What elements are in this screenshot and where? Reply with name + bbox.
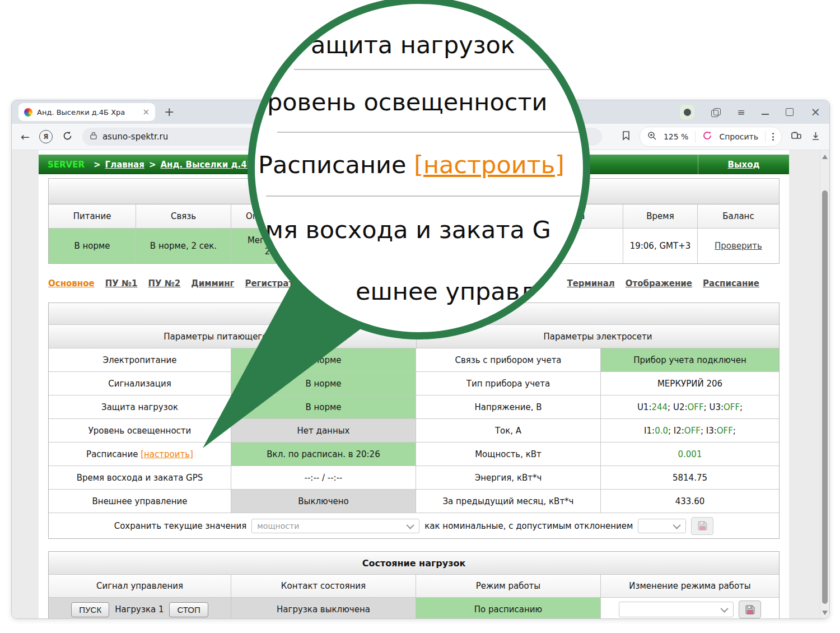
configure-schedule-link[interactable]: [настроить] xyxy=(141,449,193,459)
row-label: Тип прибора учета xyxy=(416,372,600,395)
loads-caption: Состояние нагрузок xyxy=(49,552,779,574)
status-header-time: Время xyxy=(623,204,697,228)
load-mode: По расписанию xyxy=(416,598,600,618)
table-row: Электропитание В норме Связь с прибором … xyxy=(49,348,779,371)
row-label: Энергия, кВт*ч xyxy=(416,466,600,489)
row-label: За предыдущий месяц, кВт*ч xyxy=(416,490,600,513)
stop-load-button[interactable]: СТОП xyxy=(169,602,208,617)
floppy-icon xyxy=(745,605,755,615)
window-close-button[interactable]: × xyxy=(810,106,820,118)
tab-pu2[interactable]: ПУ №2 xyxy=(148,278,180,288)
load-name: Нагрузка 1 xyxy=(115,604,164,615)
row-value: Прибор учета подключен xyxy=(600,348,779,371)
magnifier-lens: ащита нагрузок ровень освещенности Распи… xyxy=(248,0,590,339)
browser-tab[interactable]: Анд. Выселки д.4Б Хра × xyxy=(18,103,155,121)
row-label: Внешнее управление xyxy=(49,490,231,513)
chevron-down-icon xyxy=(407,521,414,529)
right-gutter xyxy=(789,150,820,618)
site-favicon xyxy=(24,108,32,117)
refresh-icon[interactable] xyxy=(62,131,73,143)
table-row: Расписание [настроить] Вкл. по расписан.… xyxy=(49,442,779,466)
mode-select[interactable] xyxy=(619,602,734,617)
save-row-middle: как номинальные, с допустимым отклонение… xyxy=(424,521,633,531)
save-values-button[interactable] xyxy=(691,517,713,535)
deviation-select[interactable] xyxy=(638,519,686,533)
page-scrollbar[interactable] xyxy=(820,150,829,618)
maximize-button[interactable] xyxy=(786,108,794,116)
magnified-row-protection: ащита нагрузок xyxy=(311,31,515,59)
row-label: Мощность, кВт xyxy=(416,443,600,466)
load-control-cell: ПУСК Нагрузка 1 СТОП xyxy=(49,598,231,618)
check-balance-link[interactable]: Проверить xyxy=(715,241,762,251)
bookmark-icon[interactable] xyxy=(622,131,631,143)
loads-header-mode-change: Изменение режима работы xyxy=(600,575,779,597)
tab-pu1[interactable]: ПУ №1 xyxy=(105,278,138,288)
row-value: МЕРКУРИЙ 206 xyxy=(600,372,779,395)
breadcrumb-home[interactable]: Главная xyxy=(105,160,144,170)
row-value: 5814.75 xyxy=(600,466,779,489)
scrollbar-thumb[interactable] xyxy=(822,190,828,604)
voltage-value: U1:244; U2:OFF; U3:OFF; xyxy=(600,395,779,418)
table-row: Сигнализация В норме Тип прибора учета М… xyxy=(49,371,779,395)
status-power-value: В норме xyxy=(49,229,136,263)
save-mode-button[interactable] xyxy=(739,601,761,618)
status-header-link: Связь xyxy=(136,204,231,228)
row-value: Выключено xyxy=(231,490,416,513)
downloads-icon[interactable] xyxy=(811,131,820,143)
browser-actions-pill: 125 % Спросить xyxy=(640,127,782,147)
left-gutter xyxy=(12,150,39,618)
scroll-up-arrow[interactable] xyxy=(822,155,828,159)
zoom-in-icon[interactable] xyxy=(647,131,657,143)
yandex-icon[interactable]: Я xyxy=(39,130,53,143)
url-text: asuno-spektr.ru xyxy=(102,132,168,142)
table-row: Время восхода и заката GPS --:-- / --:--… xyxy=(49,466,779,489)
row-value: --:-- / --:-- xyxy=(231,466,416,489)
status-balance-cell: Проверить xyxy=(697,229,779,263)
scroll-down-arrow[interactable] xyxy=(822,611,828,615)
back-icon[interactable]: ← xyxy=(21,132,30,142)
tab-schedule[interactable]: Расписание xyxy=(703,278,759,288)
magnified-row-sunrise: емя восхода и заката G xyxy=(250,216,551,244)
loads-table: Состояние нагрузок Сигнал управления Кон… xyxy=(48,551,780,618)
chevron-down-icon xyxy=(673,521,681,529)
status-header-balance: Баланс xyxy=(697,204,779,228)
magnified-row-light-level: ровень освещенности xyxy=(267,88,547,116)
magnified-configure-link: [настроить] xyxy=(414,151,564,179)
loads-header-mode: Режим работы xyxy=(416,575,600,597)
profile-avatar[interactable] xyxy=(680,105,694,119)
save-current-values-row: Сохранить текущие значения мощности как … xyxy=(49,513,779,538)
ask-ai-button[interactable]: Спросить xyxy=(719,132,758,141)
table-row: Защита нагрузок В норме Напряжение, В U1… xyxy=(49,395,779,418)
server-label: SERVER xyxy=(48,160,85,170)
saved-value-type-select[interactable]: мощности xyxy=(251,519,419,533)
row-value: 433.60 xyxy=(600,490,779,513)
loads-header-contact: Контакт состояния xyxy=(231,575,416,597)
ask-ai-icon xyxy=(702,131,712,143)
tab-display[interactable]: Отображение xyxy=(626,278,692,288)
save-row-prefix: Сохранить текущие значения xyxy=(114,521,247,531)
more-options-icon[interactable] xyxy=(772,133,774,141)
tab-terminal[interactable]: Терминал xyxy=(567,278,614,288)
logout-zone: Выход xyxy=(698,155,789,174)
extensions-icon[interactable] xyxy=(791,131,802,143)
table-row: Внешнее управление Выключено За предыдущ… xyxy=(49,489,779,513)
start-load-button[interactable]: ПУСК xyxy=(71,602,109,617)
row-label: Ток, А xyxy=(416,419,600,442)
power-kw-value: 0.001 xyxy=(600,443,779,466)
side-panels-icon[interactable] xyxy=(711,108,720,116)
chevron-down-icon xyxy=(721,605,729,613)
table-row: Уровень освещенности Нет данных Ток, А I… xyxy=(49,418,779,442)
magnified-row-schedule: Расписание [настроить] xyxy=(258,151,564,179)
load-contact-state: Нагрузка выключена xyxy=(231,598,416,618)
status-header-power: Питание xyxy=(49,204,136,228)
new-tab-button[interactable]: + xyxy=(164,106,174,118)
logout-link[interactable]: Выход xyxy=(727,160,759,170)
current-value: I1:0.0; I2:OFF; I3:OFF; xyxy=(600,419,779,442)
tab-main[interactable]: Основное xyxy=(48,278,95,288)
minimize-button[interactable] xyxy=(762,114,769,115)
menu-icon[interactable]: ≡ xyxy=(737,108,745,117)
tab-close-icon[interactable]: × xyxy=(142,108,150,117)
lock-icon xyxy=(90,131,97,142)
row-label: Связь с прибором учета xyxy=(416,348,600,371)
zoom-level[interactable]: 125 % xyxy=(664,132,688,141)
